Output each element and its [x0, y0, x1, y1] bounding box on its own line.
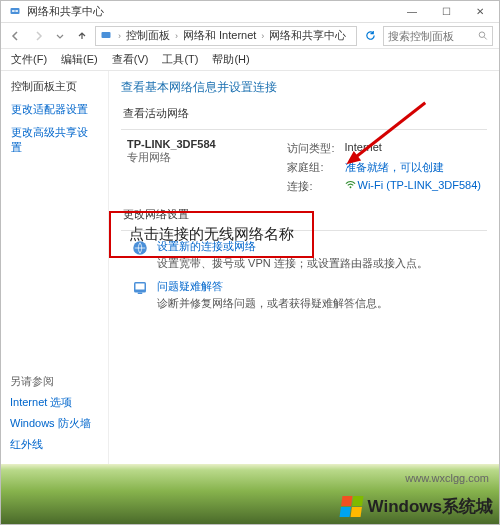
breadcrumb-item[interactable]: 网络和共享中心 [267, 28, 348, 43]
nav-forward-button[interactable] [29, 27, 47, 45]
search-box[interactable] [383, 26, 493, 46]
related-link-infrared[interactable]: 红外线 [10, 437, 91, 452]
troubleshoot-icon [131, 279, 149, 299]
svg-rect-11 [138, 293, 143, 295]
related-link-internet-options[interactable]: Internet 选项 [10, 395, 91, 410]
svg-point-7 [349, 186, 351, 188]
sidebar-link-adapter-settings[interactable]: 更改适配器设置 [11, 102, 98, 117]
search-input[interactable] [388, 30, 474, 42]
menu-file[interactable]: 文件(F) [11, 52, 47, 67]
annotation-text: 点击连接的无线网络名称 [129, 225, 294, 242]
access-type-label: 访问类型: [283, 140, 338, 157]
chevron-right-icon: › [117, 31, 122, 41]
nav-up-button[interactable] [73, 27, 91, 45]
menu-tools[interactable]: 工具(T) [162, 52, 198, 67]
svg-point-5 [480, 32, 486, 38]
brand-watermark: Windows系统城 [341, 495, 493, 518]
network-name: TP-LINK_3DF584 [127, 138, 216, 150]
titlebar: 网络和共享中心 — ☐ ✕ [1, 1, 499, 23]
option-new-connection-desc: 设置宽带、拨号或 VPN 连接；或设置路由器或接入点。 [157, 256, 428, 271]
window-title: 网络和共享中心 [27, 4, 104, 19]
annotation-callout: 点击连接的无线网络名称 [109, 211, 314, 258]
window-maximize-button[interactable]: ☐ [429, 2, 463, 22]
network-profile: 专用网络 [127, 150, 216, 165]
breadcrumb-icon [100, 29, 115, 43]
svg-rect-10 [136, 284, 145, 290]
svg-rect-3 [14, 10, 17, 11]
svg-rect-4 [102, 32, 111, 38]
option-troubleshoot-link[interactable]: 问题疑难解答 [157, 279, 388, 294]
breadcrumb-item[interactable]: 网络和 Internet [181, 28, 258, 43]
connection-label: 连接: [283, 178, 338, 195]
desktop-background-footer: www.wxclgg.com Windows系统城 [1, 464, 499, 524]
address-bar: › 控制面板 › 网络和 Internet › 网络和共享中心 [1, 23, 499, 49]
active-network-panel: TP-LINK_3DF584 专用网络 访问类型: Internet 家庭组: … [127, 138, 487, 197]
related-heading: 另请参阅 [10, 374, 91, 389]
chevron-right-icon: › [174, 31, 179, 41]
breadcrumb-item[interactable]: 控制面板 [124, 28, 172, 43]
related-link-firewall[interactable]: Windows 防火墙 [10, 416, 91, 431]
window-close-button[interactable]: ✕ [463, 2, 497, 22]
menu-view[interactable]: 查看(V) [112, 52, 149, 67]
menubar: 文件(F) 编辑(E) 查看(V) 工具(T) 帮助(H) [1, 49, 499, 71]
wifi-icon [345, 179, 358, 191]
option-troubleshoot-desc: 诊断并修复网络问题，或者获得疑难解答信息。 [157, 296, 388, 311]
brand-text: Windows系统城 [368, 495, 493, 518]
page-title: 查看基本网络信息并设置连接 [121, 79, 487, 96]
main-content: 查看基本网络信息并设置连接 查看活动网络 TP-LINK_3DF584 专用网络… [109, 71, 499, 464]
sidebar-heading: 控制面板主页 [11, 79, 98, 94]
chevron-right-icon: › [260, 31, 265, 41]
menu-edit[interactable]: 编辑(E) [61, 52, 98, 67]
search-icon [478, 30, 488, 41]
watermark-url: www.wxclgg.com [405, 472, 489, 484]
option-troubleshoot: 问题疑难解答 诊断并修复网络问题，或者获得疑难解答信息。 [131, 279, 487, 311]
sidebar-link-advanced-sharing[interactable]: 更改高级共享设置 [11, 125, 98, 155]
nav-history-button[interactable] [51, 27, 69, 45]
connection-link[interactable]: Wi-Fi (TP-LINK_3DF584) [341, 178, 485, 195]
homegroup-label: 家庭组: [283, 159, 338, 176]
nav-back-button[interactable] [7, 27, 25, 45]
related-section: 另请参阅 Internet 选项 Windows 防火墙 红外线 [10, 374, 91, 458]
breadcrumb[interactable]: › 控制面板 › 网络和 Internet › 网络和共享中心 [95, 26, 357, 46]
refresh-button[interactable] [361, 27, 379, 45]
svg-line-6 [485, 37, 487, 39]
windows-logo-icon [339, 496, 363, 517]
app-icon [9, 5, 21, 19]
menu-help[interactable]: 帮助(H) [212, 52, 249, 67]
window-minimize-button[interactable]: — [395, 2, 429, 22]
